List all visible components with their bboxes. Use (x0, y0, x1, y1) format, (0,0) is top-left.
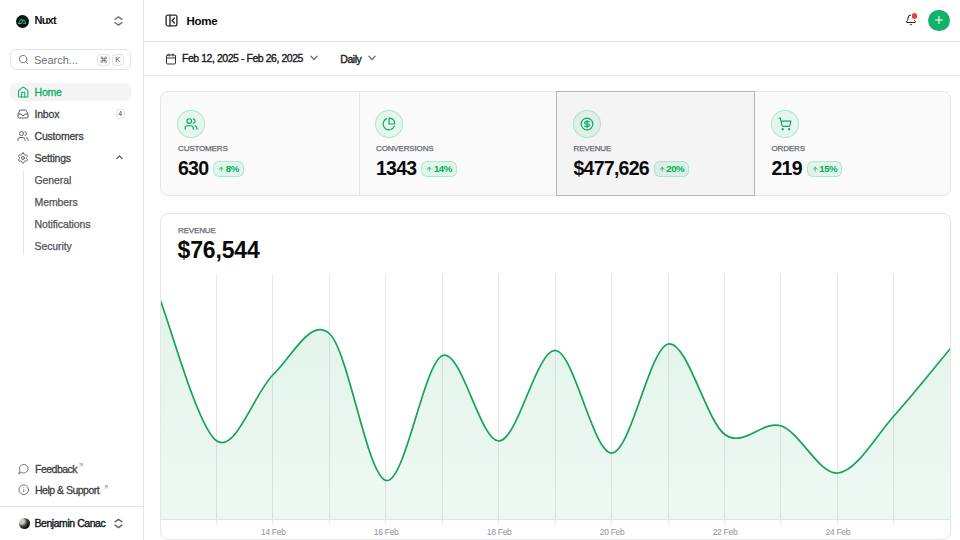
svg-text:16 Feb: 16 Feb (374, 527, 399, 537)
svg-text:24 Feb: 24 Feb (826, 527, 851, 537)
svg-text:22 Feb: 22 Feb (713, 527, 738, 537)
svg-text:14 Feb: 14 Feb (261, 527, 286, 537)
svg-text:18 Feb: 18 Feb (487, 527, 512, 537)
svg-text:20 Feb: 20 Feb (600, 527, 625, 537)
